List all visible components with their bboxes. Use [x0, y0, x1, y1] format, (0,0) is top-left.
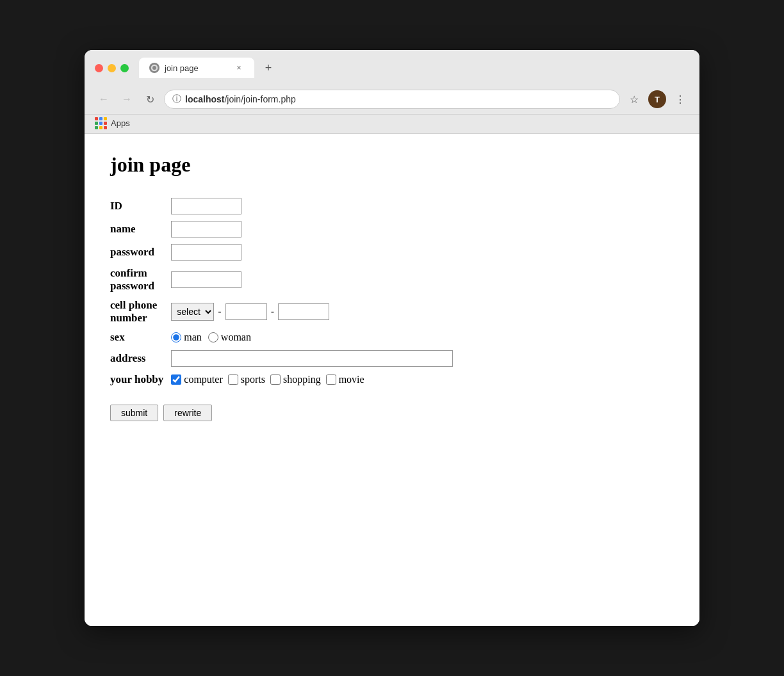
hobby-movie-text: movie	[339, 374, 364, 385]
sex-woman-label[interactable]: woman	[208, 332, 251, 343]
page-content: join page ID name	[85, 134, 699, 626]
sex-man-radio[interactable]	[171, 332, 181, 342]
phone-dash-1: -	[218, 306, 221, 318]
hobby-shopping-checkbox[interactable]	[270, 374, 281, 385]
name-row: name	[110, 218, 461, 241]
title-bar: join page × +	[85, 50, 699, 84]
back-button[interactable]: ←	[95, 90, 113, 108]
address-bar-row: ← → ↻ ⓘ localhost/join/join-form.php ☆ T…	[85, 84, 699, 114]
sex-cell: man woman	[171, 328, 461, 347]
hobby-movie-label[interactable]: movie	[326, 374, 364, 385]
hobby-shopping-label[interactable]: shopping	[270, 374, 321, 385]
phone-row: cell phonenumber select 010 011 016 017 …	[110, 296, 461, 328]
tab-title: join page	[165, 63, 229, 73]
button-row: submit rewrite	[110, 405, 674, 421]
hobby-computer-checkbox[interactable]	[171, 374, 181, 385]
hobby-sports-text: sports	[241, 374, 265, 385]
address-row: address	[110, 347, 461, 370]
address-text: localhost/join/join-form.php	[185, 94, 612, 104]
maximize-window-button[interactable]	[120, 64, 129, 72]
password-input[interactable]	[171, 244, 241, 261]
phone-dash-2: -	[271, 306, 274, 318]
sex-woman-text: woman	[221, 332, 251, 343]
phone-cell: select 010 011 016 017 019 - -	[171, 296, 461, 328]
password-row: password	[110, 241, 461, 264]
bookmark-button[interactable]: ☆	[625, 90, 643, 108]
address-path: /join/join-form.php	[224, 94, 295, 104]
apps-bookmark[interactable]: Apps	[95, 117, 130, 129]
address-input[interactable]	[171, 350, 453, 367]
hobby-sports-label[interactable]: sports	[228, 374, 265, 385]
apps-grid-icon	[95, 117, 107, 129]
confirm-password-row: confirmpassword	[110, 264, 461, 296]
bookmarks-bar: Apps	[85, 114, 699, 133]
phone-label: cell phonenumber	[110, 296, 171, 328]
address-localhost: localhost	[185, 94, 224, 104]
password-cell	[171, 241, 461, 264]
confirm-password-label: confirmpassword	[110, 264, 171, 296]
sex-radio-group: man woman	[171, 332, 453, 343]
phone-input-group: select 010 011 016 017 019 - -	[171, 303, 453, 321]
hobby-cell: computer sports shopping	[171, 370, 461, 389]
id-row: ID	[110, 195, 461, 218]
id-cell	[171, 195, 461, 218]
hobby-checkbox-group: computer sports shopping	[171, 374, 453, 385]
hobby-label: your hobby	[110, 370, 171, 389]
browser-tab[interactable]: join page ×	[139, 58, 254, 78]
reload-button[interactable]: ↻	[141, 90, 159, 108]
tab-close-button[interactable]: ×	[234, 63, 244, 73]
id-input[interactable]	[171, 198, 241, 214]
apps-label: Apps	[111, 118, 130, 128]
browser-window: join page × + ← → ↻ ⓘ localhost/join/joi…	[85, 50, 699, 626]
more-options-button[interactable]: ⋮	[671, 90, 689, 108]
name-label: name	[110, 218, 171, 241]
phone-mid-input[interactable]	[225, 303, 267, 320]
traffic-lights	[95, 64, 129, 72]
sex-row: sex man woman	[110, 328, 461, 347]
submit-button[interactable]: submit	[110, 405, 158, 421]
hobby-sports-checkbox[interactable]	[228, 374, 238, 385]
minimize-window-button[interactable]	[108, 64, 116, 72]
phone-end-input[interactable]	[278, 303, 329, 320]
password-label: password	[110, 241, 171, 264]
hobby-movie-checkbox[interactable]	[326, 374, 336, 385]
info-icon: ⓘ	[172, 93, 181, 105]
tab-favicon	[149, 63, 159, 73]
name-cell	[171, 218, 461, 241]
svg-point-1	[152, 66, 156, 70]
address-cell	[171, 347, 461, 370]
hobby-shopping-text: shopping	[283, 374, 321, 385]
sex-man-label[interactable]: man	[171, 332, 202, 343]
close-window-button[interactable]	[95, 64, 103, 72]
hobby-computer-text: computer	[184, 374, 222, 385]
address-bar[interactable]: ⓘ localhost/join/join-form.php	[164, 90, 620, 109]
sex-woman-radio[interactable]	[208, 332, 218, 342]
page-title: join page	[110, 153, 674, 177]
rewrite-button[interactable]: rewrite	[163, 405, 212, 421]
name-input[interactable]	[171, 221, 241, 237]
phone-area-select[interactable]: select 010 011 016 017 019	[171, 303, 214, 321]
confirm-password-input[interactable]	[171, 271, 241, 288]
forward-button[interactable]: →	[118, 90, 136, 108]
hobby-row: your hobby computer sports	[110, 370, 461, 389]
hobby-computer-label[interactable]: computer	[171, 374, 222, 385]
confirm-password-cell	[171, 264, 461, 296]
address-label: address	[110, 347, 171, 370]
user-avatar[interactable]: T	[648, 90, 666, 108]
id-label: ID	[110, 195, 171, 218]
title-bar-top: join page × +	[95, 58, 689, 78]
new-tab-button[interactable]: +	[259, 59, 277, 77]
form-table: ID name password	[110, 195, 461, 389]
sex-man-text: man	[184, 332, 202, 343]
sex-label: sex	[110, 328, 171, 347]
